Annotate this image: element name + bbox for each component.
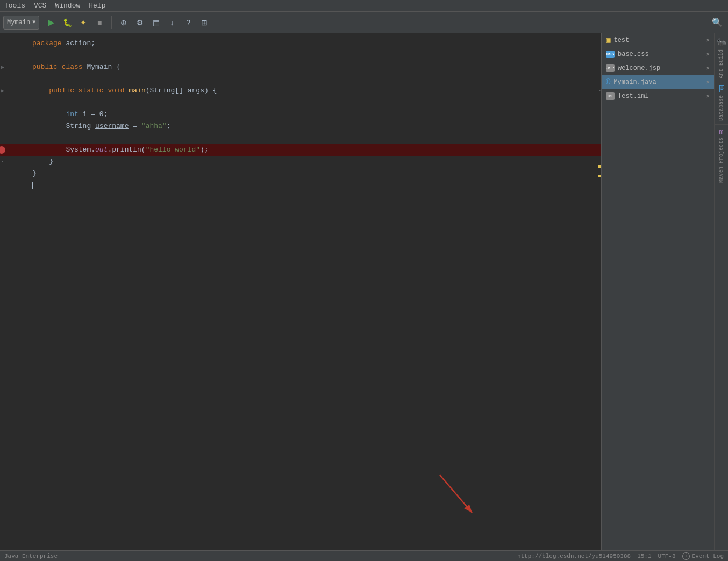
- code-line-11: ▪ }: [0, 156, 601, 168]
- line-content-10: System.out.println("hello world");: [30, 144, 601, 156]
- menu-tools[interactable]: Tools: [4, 2, 25, 10]
- event-log-button[interactable]: i Event Log: [682, 552, 724, 560]
- ant-icon: 🐜: [716, 37, 727, 47]
- run-config-button[interactable]: ▤: [148, 15, 163, 30]
- menu-window[interactable]: Window: [55, 2, 80, 10]
- build-group: ⊕ ⚙ ▤ ↓ ? ⊞: [116, 15, 212, 30]
- code-line-12: }: [0, 168, 601, 179]
- sdk-button[interactable]: ⚙: [132, 15, 147, 30]
- code-line-6: [0, 97, 601, 109]
- iml-file-icon: IML: [606, 92, 615, 100]
- ant-build-label[interactable]: Ant Build: [718, 49, 724, 78]
- line-content-12: }: [30, 168, 601, 179]
- file-tab-iml[interactable]: IML Test.iml ✕: [602, 89, 714, 103]
- status-bar: Java Enterprise http://blog.csdn.net/yu5…: [0, 550, 728, 561]
- line-content-3: public class Mymain {: [30, 61, 601, 73]
- database-icon: 🗄: [718, 85, 725, 94]
- event-log-label: Event Log: [692, 553, 724, 559]
- line-content-2: [30, 49, 601, 61]
- code-line-9: [0, 132, 601, 144]
- debug-button[interactable]: 🐛: [60, 15, 75, 30]
- line-content-11: }: [30, 156, 601, 168]
- help-button[interactable]: ?: [181, 15, 196, 30]
- svg-line-0: [440, 475, 472, 513]
- config-label: Mymain: [7, 19, 30, 26]
- file-tab-test-label: test: [613, 37, 629, 44]
- code-line-3: ▶ public class Mymain {: [0, 61, 601, 73]
- code-line-5: ▶ ▪ public static void main(String[] arg…: [0, 85, 601, 97]
- code-line-10: System.out.println("hello world");: [0, 144, 601, 156]
- layout-button[interactable]: ⊞: [197, 15, 212, 30]
- code-line-1: package action;: [0, 38, 601, 49]
- menu-vcs[interactable]: VCS: [34, 2, 46, 10]
- maven-icon: m: [719, 128, 723, 136]
- breakpoint-dot[interactable]: [0, 146, 5, 154]
- config-selector[interactable]: Mymain ▼: [3, 16, 39, 30]
- status-right: http://blog.csdn.net/yu514950388 15:1 UT…: [517, 552, 724, 560]
- status-left: Java Enterprise: [4, 553, 58, 559]
- line-content-13: [30, 179, 601, 191]
- maven-label[interactable]: Maven Projects: [718, 138, 724, 183]
- file-tab-jsp[interactable]: JSP welcome.jsp ✕: [602, 61, 714, 75]
- menu-bar: Tools VCS Window Help: [0, 0, 728, 12]
- code-line-2: [0, 49, 601, 61]
- database-section: 🗄 Database: [715, 82, 728, 125]
- side-panels: 🐜 Ant Build 🗄 Database m Maven Projects: [714, 33, 728, 550]
- text-cursor: [32, 182, 33, 189]
- svg-marker-1: [464, 505, 472, 513]
- run-button[interactable]: ▶: [44, 15, 59, 30]
- line-content-1: package action;: [30, 38, 601, 49]
- yellow-marker-2: [598, 175, 601, 177]
- maven-section: m Maven Projects: [715, 125, 728, 186]
- status-encoding: UTF-8: [658, 553, 676, 559]
- java-file-icon: ©: [606, 78, 610, 87]
- code-editor: package action; ▶ public class Mymain {: [0, 33, 601, 196]
- code-line-7: int i = 0;: [0, 109, 601, 120]
- toolbar-sep-1: [111, 16, 112, 29]
- build-button[interactable]: ⊕: [116, 15, 131, 30]
- config-dropdown-arrow: ▼: [32, 19, 35, 25]
- file-tab-java-label: Mymain.java: [613, 78, 656, 86]
- line-content-6: [30, 97, 601, 109]
- toolbar: Mymain ▼ ▶ 🐛 ✦ ■ ⊕ ⚙ ▤ ↓ ? ⊞ 🔍: [0, 12, 728, 33]
- update-button[interactable]: ↓: [165, 15, 180, 30]
- status-line-col: 15:1: [637, 553, 651, 559]
- close-jsp-tab[interactable]: ✕: [706, 64, 710, 71]
- status-java-enterprise: Java Enterprise: [4, 553, 58, 559]
- run-coverage-button[interactable]: ✦: [76, 15, 91, 30]
- arrow-annotation: [429, 470, 483, 523]
- file-tabs: ▣ test ✕ CSS base.css ✕ JSP welcome.jsp …: [602, 33, 714, 103]
- jsp-file-icon: JSP: [606, 64, 615, 72]
- close-java-tab[interactable]: ✕: [706, 78, 710, 85]
- close-css-tab[interactable]: ✕: [706, 51, 710, 57]
- database-label[interactable]: Database: [718, 95, 724, 121]
- stop-button[interactable]: ■: [92, 15, 107, 30]
- file-tab-test[interactable]: ▣ test ✕: [602, 33, 714, 47]
- line-content-5: public static void main(String[] args) {: [30, 85, 601, 97]
- test-folder-icon: ▣: [606, 35, 610, 45]
- close-iml-tab[interactable]: ✕: [706, 92, 710, 99]
- file-tab-jsp-label: welcome.jsp: [618, 64, 660, 72]
- code-line-8: String username = "ahha";: [0, 120, 601, 132]
- line-content-8: String username = "ahha";: [30, 120, 601, 132]
- status-url: http://blog.csdn.net/yu514950388: [517, 553, 631, 559]
- line-content-7: int i = 0;: [30, 109, 601, 120]
- right-panel: ▣ test ✕ CSS base.css ✕ JSP welcome.jsp …: [601, 33, 714, 550]
- ant-build-section: 🐜 Ant Build: [715, 33, 728, 82]
- css-file-icon: CSS: [606, 51, 615, 58]
- line-content-9: [30, 132, 601, 144]
- close-test-tab[interactable]: ✕: [706, 37, 710, 44]
- yellow-marker-1: [598, 165, 601, 168]
- file-tab-java[interactable]: © Mymain.java ✕: [602, 75, 714, 89]
- editor-area[interactable]: package action; ▶ public class Mymain {: [0, 33, 601, 550]
- file-tab-css-label: base.css: [618, 51, 649, 58]
- code-line-4: [0, 73, 601, 85]
- code-line-13: [0, 179, 601, 191]
- event-log-icon: i: [682, 552, 690, 560]
- file-tab-css[interactable]: CSS base.css ✕: [602, 47, 714, 61]
- menu-help[interactable]: Help: [89, 2, 105, 10]
- file-tab-iml-label: Test.iml: [618, 92, 649, 100]
- main-layout: package action; ▶ public class Mymain {: [0, 33, 728, 550]
- run-group: ▶ 🐛 ✦ ■: [44, 15, 107, 30]
- search-everywhere-button[interactable]: 🔍: [710, 15, 725, 30]
